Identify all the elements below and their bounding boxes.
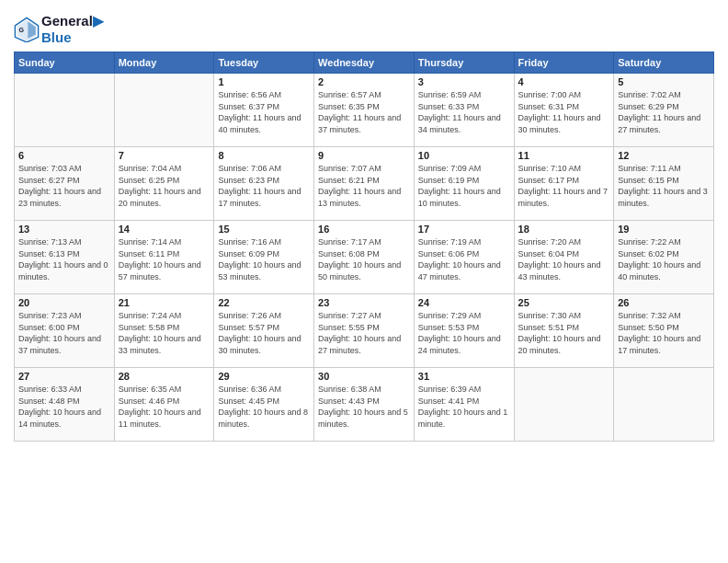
day-info: Sunrise: 7:24 AM Sunset: 5:58 PM Dayligh… <box>119 310 210 356</box>
calendar-day-cell: 26Sunrise: 7:32 AM Sunset: 5:50 PM Dayli… <box>614 294 714 368</box>
logo: G General▶ Blue <box>14 13 104 46</box>
calendar-week-row: 6Sunrise: 7:03 AM Sunset: 6:27 PM Daylig… <box>15 147 714 221</box>
day-info: Sunrise: 7:07 AM Sunset: 6:21 PM Dayligh… <box>318 163 410 209</box>
calendar-day-cell: 20Sunrise: 7:23 AM Sunset: 6:00 PM Dayli… <box>15 294 115 368</box>
calendar-day-cell: 30Sunrise: 6:38 AM Sunset: 4:43 PM Dayli… <box>314 368 415 442</box>
day-number: 6 <box>18 150 110 161</box>
day-info: Sunrise: 7:29 AM Sunset: 5:53 PM Dayligh… <box>418 310 510 356</box>
day-info: Sunrise: 6:39 AM Sunset: 4:41 PM Dayligh… <box>418 384 510 430</box>
calendar-day-cell: 7Sunrise: 7:04 AM Sunset: 6:25 PM Daylig… <box>114 147 214 221</box>
logo-icon: G <box>14 17 40 42</box>
calendar-day-cell <box>514 368 614 442</box>
day-number: 16 <box>318 224 410 235</box>
logo-text: General▶ Blue <box>41 13 104 46</box>
day-number: 19 <box>618 224 710 235</box>
calendar-day-cell: 28Sunrise: 6:35 AM Sunset: 4:46 PM Dayli… <box>114 368 214 442</box>
day-info: Sunrise: 7:11 AM Sunset: 6:15 PM Dayligh… <box>618 163 710 209</box>
calendar-day-cell: 29Sunrise: 6:36 AM Sunset: 4:45 PM Dayli… <box>214 368 314 442</box>
day-number: 9 <box>318 150 410 161</box>
calendar-day-cell: 2Sunrise: 6:57 AM Sunset: 6:35 PM Daylig… <box>314 74 415 147</box>
day-number: 2 <box>318 76 410 87</box>
calendar-day-cell: 31Sunrise: 6:39 AM Sunset: 4:41 PM Dayli… <box>414 368 514 442</box>
day-number: 11 <box>518 150 610 161</box>
day-info: Sunrise: 7:04 AM Sunset: 6:25 PM Dayligh… <box>119 163 210 209</box>
day-info: Sunrise: 7:30 AM Sunset: 5:51 PM Dayligh… <box>518 310 610 356</box>
weekday-header: Sunday <box>15 52 115 74</box>
day-number: 17 <box>418 224 510 235</box>
calendar-day-cell: 10Sunrise: 7:09 AM Sunset: 6:19 PM Dayli… <box>414 147 514 221</box>
day-info: Sunrise: 6:59 AM Sunset: 6:33 PM Dayligh… <box>418 89 510 135</box>
day-number: 31 <box>418 371 510 382</box>
calendar-table: SundayMondayTuesdayWednesdayThursdayFrid… <box>14 52 714 442</box>
day-info: Sunrise: 6:33 AM Sunset: 4:48 PM Dayligh… <box>18 384 110 430</box>
day-number: 5 <box>618 76 710 87</box>
day-info: Sunrise: 6:36 AM Sunset: 4:45 PM Dayligh… <box>218 384 310 430</box>
calendar-day-cell: 18Sunrise: 7:20 AM Sunset: 6:04 PM Dayli… <box>514 221 614 294</box>
calendar-day-cell: 11Sunrise: 7:10 AM Sunset: 6:17 PM Dayli… <box>514 147 614 221</box>
day-number: 12 <box>618 150 710 161</box>
day-number: 1 <box>218 76 310 87</box>
day-number: 4 <box>518 76 610 87</box>
day-info: Sunrise: 7:26 AM Sunset: 5:57 PM Dayligh… <box>218 310 310 356</box>
day-info: Sunrise: 7:27 AM Sunset: 5:55 PM Dayligh… <box>318 310 410 356</box>
day-info: Sunrise: 7:14 AM Sunset: 6:11 PM Dayligh… <box>119 236 210 282</box>
calendar-day-cell: 5Sunrise: 7:02 AM Sunset: 6:29 PM Daylig… <box>614 74 714 147</box>
calendar-day-cell: 15Sunrise: 7:16 AM Sunset: 6:09 PM Dayli… <box>214 221 314 294</box>
calendar-week-row: 20Sunrise: 7:23 AM Sunset: 6:00 PM Dayli… <box>15 294 714 368</box>
day-number: 3 <box>418 76 510 87</box>
day-number: 28 <box>119 371 210 382</box>
calendar-day-cell <box>614 368 714 442</box>
calendar-day-cell: 9Sunrise: 7:07 AM Sunset: 6:21 PM Daylig… <box>314 147 415 221</box>
day-info: Sunrise: 7:13 AM Sunset: 6:13 PM Dayligh… <box>18 236 110 282</box>
weekday-header: Tuesday <box>214 52 314 74</box>
day-info: Sunrise: 6:56 AM Sunset: 6:37 PM Dayligh… <box>218 89 310 135</box>
calendar-day-cell: 13Sunrise: 7:13 AM Sunset: 6:13 PM Dayli… <box>15 221 115 294</box>
calendar-day-cell: 24Sunrise: 7:29 AM Sunset: 5:53 PM Dayli… <box>414 294 514 368</box>
day-number: 29 <box>218 371 310 382</box>
day-number: 20 <box>18 297 110 308</box>
day-number: 13 <box>18 224 110 235</box>
day-info: Sunrise: 7:06 AM Sunset: 6:23 PM Dayligh… <box>218 163 310 209</box>
calendar-day-cell: 8Sunrise: 7:06 AM Sunset: 6:23 PM Daylig… <box>214 147 314 221</box>
calendar-day-cell: 23Sunrise: 7:27 AM Sunset: 5:55 PM Dayli… <box>314 294 415 368</box>
day-number: 15 <box>218 224 310 235</box>
calendar-header-row: SundayMondayTuesdayWednesdayThursdayFrid… <box>15 52 714 74</box>
calendar-day-cell <box>15 74 115 147</box>
weekday-header: Thursday <box>414 52 514 74</box>
calendar-week-row: 1Sunrise: 6:56 AM Sunset: 6:37 PM Daylig… <box>15 74 714 147</box>
calendar-day-cell: 25Sunrise: 7:30 AM Sunset: 5:51 PM Dayli… <box>514 294 614 368</box>
calendar-day-cell: 12Sunrise: 7:11 AM Sunset: 6:15 PM Dayli… <box>614 147 714 221</box>
day-number: 21 <box>119 297 210 308</box>
calendar-day-cell: 14Sunrise: 7:14 AM Sunset: 6:11 PM Dayli… <box>114 221 214 294</box>
calendar-day-cell: 3Sunrise: 6:59 AM Sunset: 6:33 PM Daylig… <box>414 74 514 147</box>
calendar-day-cell: 17Sunrise: 7:19 AM Sunset: 6:06 PM Dayli… <box>414 221 514 294</box>
day-info: Sunrise: 6:38 AM Sunset: 4:43 PM Dayligh… <box>318 384 410 430</box>
weekday-header: Saturday <box>614 52 714 74</box>
calendar-week-row: 27Sunrise: 6:33 AM Sunset: 4:48 PM Dayli… <box>15 368 714 442</box>
day-info: Sunrise: 7:00 AM Sunset: 6:31 PM Dayligh… <box>518 89 610 135</box>
page-header: G General▶ Blue <box>14 9 714 46</box>
calendar-day-cell: 27Sunrise: 6:33 AM Sunset: 4:48 PM Dayli… <box>15 368 115 442</box>
calendar-week-row: 13Sunrise: 7:13 AM Sunset: 6:13 PM Dayli… <box>15 221 714 294</box>
day-info: Sunrise: 7:16 AM Sunset: 6:09 PM Dayligh… <box>218 236 310 282</box>
day-number: 7 <box>119 150 210 161</box>
day-number: 14 <box>119 224 210 235</box>
day-info: Sunrise: 7:17 AM Sunset: 6:08 PM Dayligh… <box>318 236 410 282</box>
weekday-header: Friday <box>514 52 614 74</box>
day-number: 22 <box>218 297 310 308</box>
day-info: Sunrise: 6:57 AM Sunset: 6:35 PM Dayligh… <box>318 89 410 135</box>
calendar-day-cell <box>114 74 214 147</box>
day-info: Sunrise: 7:22 AM Sunset: 6:02 PM Dayligh… <box>618 236 710 282</box>
calendar-day-cell: 4Sunrise: 7:00 AM Sunset: 6:31 PM Daylig… <box>514 74 614 147</box>
calendar-day-cell: 21Sunrise: 7:24 AM Sunset: 5:58 PM Dayli… <box>114 294 214 368</box>
day-number: 27 <box>18 371 110 382</box>
day-info: Sunrise: 7:03 AM Sunset: 6:27 PM Dayligh… <box>18 163 110 209</box>
day-info: Sunrise: 7:19 AM Sunset: 6:06 PM Dayligh… <box>418 236 510 282</box>
svg-text:G: G <box>19 27 25 33</box>
day-info: Sunrise: 7:23 AM Sunset: 6:00 PM Dayligh… <box>18 310 110 356</box>
day-number: 30 <box>318 371 410 382</box>
day-number: 24 <box>418 297 510 308</box>
day-info: Sunrise: 7:02 AM Sunset: 6:29 PM Dayligh… <box>618 89 710 135</box>
day-number: 18 <box>518 224 610 235</box>
calendar-day-cell: 1Sunrise: 6:56 AM Sunset: 6:37 PM Daylig… <box>214 74 314 147</box>
